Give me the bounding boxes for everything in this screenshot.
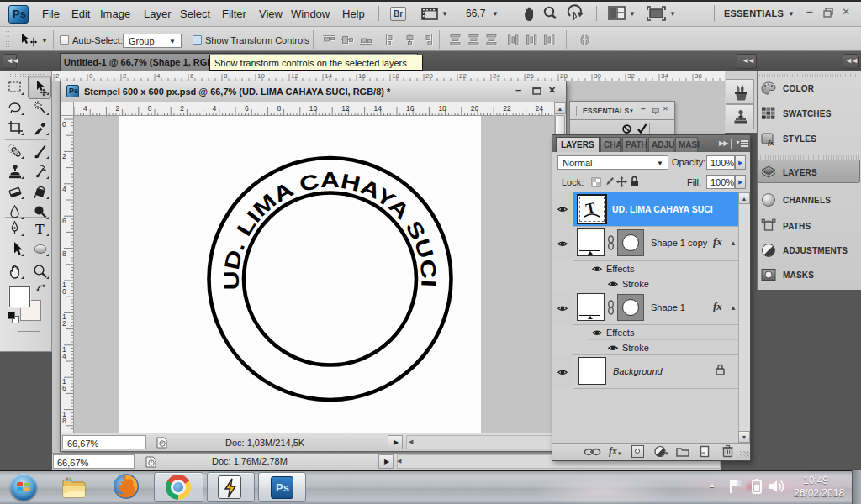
svg-text:36: 36	[695, 72, 702, 80]
svg-text:2: 2	[62, 152, 66, 160]
svg-text:24: 24	[493, 72, 500, 80]
svg-text:6: 6	[245, 104, 249, 113]
svg-text:fx: fx	[768, 139, 774, 146]
svg-text:4: 4	[62, 352, 66, 360]
svg-text:26: 26	[526, 72, 534, 80]
svg-text:10: 10	[309, 104, 318, 113]
svg-text:14: 14	[374, 104, 383, 113]
svg-text:18: 18	[438, 104, 446, 113]
svg-text:20: 20	[471, 104, 479, 113]
svg-text:4: 4	[156, 72, 161, 80]
svg-text:2: 2	[62, 319, 66, 328]
svg-text:12: 12	[291, 72, 298, 80]
svg-text:28: 28	[560, 72, 568, 80]
svg-text:4: 4	[83, 104, 87, 113]
svg-text:8: 8	[62, 417, 66, 425]
svg-text:12: 12	[341, 104, 350, 113]
svg-text:2: 2	[180, 104, 184, 113]
svg-text:30: 30	[594, 72, 601, 80]
svg-text:10: 10	[257, 72, 265, 80]
svg-text:6: 6	[62, 384, 66, 392]
svg-text:0: 0	[89, 72, 93, 80]
svg-text:16: 16	[406, 104, 415, 113]
svg-text:22: 22	[459, 72, 467, 80]
svg-text:0: 0	[62, 287, 66, 296]
svg-text:8: 8	[224, 72, 228, 80]
svg-text:22: 22	[503, 104, 511, 113]
svg-text:32: 32	[627, 72, 635, 80]
svg-text:8: 8	[62, 249, 66, 258]
svg-text:6: 6	[190, 72, 194, 80]
svg-text:0: 0	[148, 104, 152, 113]
svg-text:14: 14	[325, 72, 332, 80]
svg-text:0: 0	[62, 120, 66, 129]
svg-text:20: 20	[425, 72, 433, 80]
svg-text:24: 24	[536, 104, 544, 113]
svg-text:2: 2	[115, 104, 119, 113]
svg-text:4: 4	[62, 185, 66, 193]
svg-text:8: 8	[277, 104, 281, 113]
svg-text:2: 2	[123, 72, 127, 80]
svg-text:2: 2	[55, 72, 60, 80]
svg-text:18: 18	[392, 72, 399, 80]
svg-text:4: 4	[213, 104, 217, 113]
svg-text:6: 6	[62, 217, 66, 225]
svg-text:34: 34	[661, 72, 668, 80]
svg-text:16: 16	[358, 72, 366, 80]
